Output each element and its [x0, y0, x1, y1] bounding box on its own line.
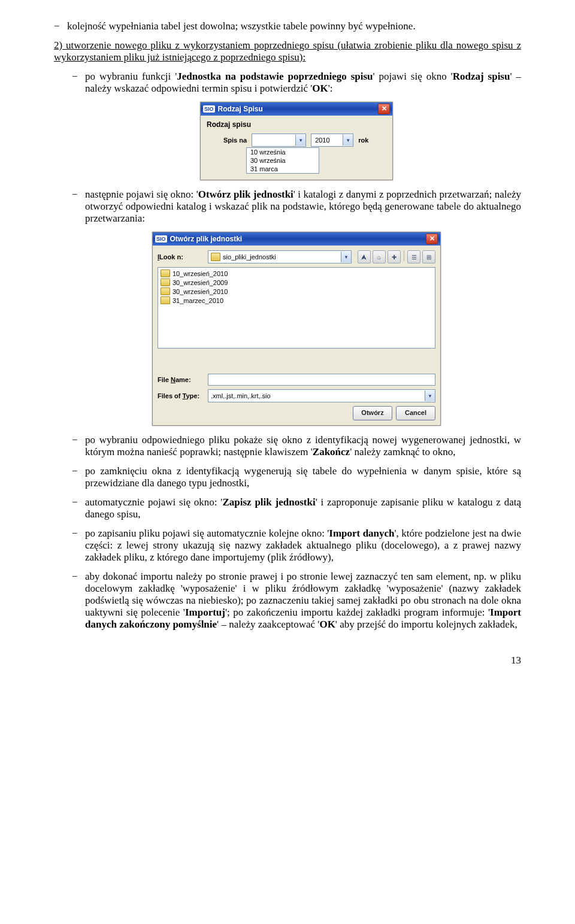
cancel-button[interactable]: Cancel: [396, 406, 435, 420]
page-number: 13: [54, 655, 521, 667]
bullet-item: − kolejność wypełniania tabel jest dowol…: [54, 20, 521, 32]
dash-icon: −: [72, 528, 85, 540]
document-page: − kolejność wypełniania tabel jest dowol…: [0, 0, 575, 684]
titlebar: SIO Otwórz plik jednostki ✕: [153, 232, 440, 246]
close-icon[interactable]: ✕: [426, 234, 438, 244]
dropdown-option[interactable]: 31 marca: [247, 165, 319, 173]
list-item[interactable]: 30_wrzesień_2009: [161, 278, 432, 287]
bullet-text: kolejność wypełniania tabel jest dowolna…: [67, 20, 521, 32]
spis-label: Spis na: [223, 137, 247, 144]
look-in-row: ILook n: sio_pliki_jednostki ▼ ⮝ ⌂ ✚ ☰ ⊞: [158, 250, 435, 263]
app-icon: SIO: [155, 235, 167, 243]
bullet-text: po wybraniu odpowiedniego pliku pokaże s…: [85, 434, 521, 458]
spis-row: Spis na ▼ 2010 ▼ rok: [223, 134, 386, 147]
file-name-input[interactable]: [208, 374, 435, 386]
close-icon[interactable]: ✕: [378, 104, 390, 114]
chevron-down-icon: ▼: [295, 135, 305, 146]
list-view-icon[interactable]: ☰: [407, 250, 420, 263]
file-type-combo[interactable]: .xml,.jst,.min,.krt,.sio ▼: [208, 389, 435, 402]
section-title: utworzenie nowego pliku z wykorzystaniem…: [66, 40, 334, 51]
folder-icon: [161, 287, 170, 295]
field-label: Rodzaj spisu: [207, 120, 386, 129]
look-in-combo[interactable]: sio_pliki_jednostki ▼: [208, 250, 352, 263]
dropdown-list: 10 września 30 września 31 marca: [246, 147, 319, 174]
list-item[interactable]: 30_wrzesień_2010: [161, 287, 432, 296]
chevron-down-icon: ▼: [341, 252, 351, 262]
dash-icon: −: [72, 434, 85, 446]
section-2-heading: 2) utworzenie nowego pliku z wykorzystan…: [54, 40, 521, 63]
file-name-row: File Name:: [158, 374, 435, 386]
file-name-label: File Name:: [158, 376, 204, 383]
dropdown-option[interactable]: 30 września: [247, 156, 319, 165]
year-suffix: rok: [358, 137, 368, 144]
dash-icon: −: [72, 571, 85, 583]
bullet-item: − aby dokonać importu należy po stronie …: [72, 571, 521, 631]
dash-icon: −: [72, 465, 85, 477]
section-prefix: 2): [54, 40, 66, 51]
bullet-text: po wybraniu funkcji 'Jednostka na podsta…: [85, 71, 521, 95]
bullet-item: − po wybraniu odpowiedniego pliku pokaże…: [72, 434, 521, 458]
chevron-down-icon: ▼: [343, 135, 353, 146]
dialog-rodzaj-spisu: SIO Rodzaj Spisu ✕ Rodzaj spisu Spis na …: [200, 102, 393, 180]
separator: [404, 250, 404, 261]
bullet-text: po zamknięciu okna z identyfikacją wygen…: [85, 465, 521, 489]
dialog-body: Rodzaj spisu Spis na ▼ 2010 ▼ rok 10 wrz…: [201, 116, 392, 180]
look-in-label: ILook n:: [158, 253, 204, 260]
file-type-label: Files of Type:: [158, 392, 204, 399]
bullet-item: − automatycznie pojawi się okno: 'Zapisz…: [72, 496, 521, 520]
folder-icon: [161, 269, 170, 277]
bullet-item: − po zamknięciu okna z identyfikacją wyg…: [72, 465, 521, 489]
look-in-value: sio_pliki_jednostki: [223, 253, 341, 260]
details-view-icon[interactable]: ⊞: [422, 250, 435, 263]
folder-icon: [211, 253, 220, 261]
sub-bullets: − po wybraniu funkcji 'Jednostka na pods…: [72, 71, 521, 631]
titlebar: SIO Rodzaj Spisu ✕: [201, 102, 392, 116]
folder-icon: [161, 278, 170, 286]
bullet-text: po zapisaniu pliku pojawi się automatycz…: [85, 528, 521, 564]
new-folder-icon[interactable]: ✚: [388, 250, 401, 263]
dialog-title: Rodzaj Spisu: [218, 105, 378, 113]
list-item[interactable]: 31_marzec_2010: [161, 296, 432, 305]
bullet-text: następnie pojawi się okno: 'Otwórz plik …: [85, 189, 521, 225]
combo-value: 2010: [311, 137, 343, 144]
chevron-down-icon: ▼: [425, 390, 435, 401]
bullet-text: aby dokonać importu należy po stronie pr…: [85, 571, 521, 631]
dropdown-option[interactable]: 10 września: [247, 148, 319, 156]
spis-year-combo[interactable]: 2010 ▼: [311, 134, 353, 147]
dialog-body: ILook n: sio_pliki_jednostki ▼ ⮝ ⌂ ✚ ☰ ⊞: [153, 246, 440, 425]
file-type-value: .xml,.jst,.min,.krt,.sio: [208, 392, 425, 399]
dialog-title: Otwórz plik jednostki: [170, 235, 426, 243]
bullet-text: automatycznie pojawi się okno: 'Zapisz p…: [85, 496, 521, 520]
dash-icon: −: [72, 71, 85, 83]
app-icon: SIO: [203, 105, 215, 113]
dialog-open-file: SIO Otwórz plik jednostki ✕ ILook n: sio…: [152, 232, 441, 426]
list-item[interactable]: 10_wrzesień_2010: [161, 269, 432, 278]
open-button[interactable]: Otwórz: [353, 406, 392, 420]
file-list[interactable]: 10_wrzesień_2010 30_wrzesień_2009 30_wrz…: [158, 267, 435, 349]
dash-icon: −: [54, 20, 67, 32]
up-folder-icon[interactable]: ⮝: [358, 250, 371, 263]
button-row: Otwórz Cancel: [158, 406, 435, 420]
dash-icon: −: [72, 189, 85, 201]
file-toolbar: ⮝ ⌂ ✚ ☰ ⊞: [358, 250, 435, 263]
folder-icon: [161, 296, 170, 304]
bullet-item: − następnie pojawi się okno: 'Otwórz pli…: [72, 189, 521, 225]
spis-date-combo[interactable]: ▼: [252, 134, 306, 147]
bullet-item: − po wybraniu funkcji 'Jednostka na pods…: [72, 71, 521, 95]
bullet-item: − po zapisaniu pliku pojawi się automaty…: [72, 528, 521, 564]
file-type-row: Files of Type: .xml,.jst,.min,.krt,.sio …: [158, 389, 435, 402]
home-icon[interactable]: ⌂: [373, 250, 386, 263]
dash-icon: −: [72, 496, 85, 508]
